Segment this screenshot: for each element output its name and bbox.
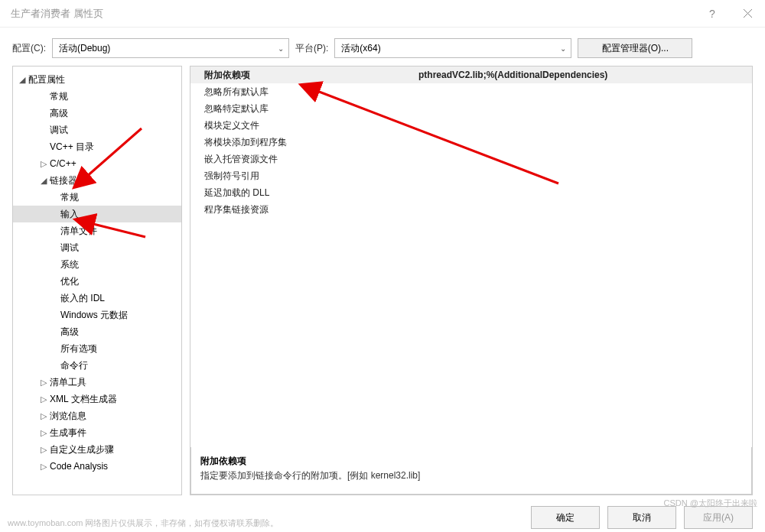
window-titlebar: 生产者消费者 属性页 ? <box>0 0 765 28</box>
property-row[interactable]: 程序集链接资源 <box>190 201 752 218</box>
tree-item[interactable]: 清单文件 <box>13 222 181 239</box>
tree-item-label: 高级 <box>48 107 68 120</box>
config-manager-button[interactable]: 配置管理器(O)... <box>578 38 692 58</box>
config-dropdown[interactable]: 活动(Debug) ⌄ <box>52 38 289 58</box>
tree-item[interactable]: 常规 <box>13 88 181 105</box>
expand-icon: ▷ <box>39 462 48 472</box>
property-row[interactable]: 延迟加载的 DLL <box>190 184 752 201</box>
tree-item[interactable]: ▷Code Analysis <box>13 458 181 475</box>
tree-item-label: C/C++ <box>48 158 76 169</box>
collapse-icon: ◢ <box>18 75 27 85</box>
platform-value: 活动(x64) <box>341 42 560 55</box>
tree-item-label: Windows 元数据 <box>59 309 128 322</box>
tree-item-label: 调试 <box>59 242 79 255</box>
property-value[interactable]: pthreadVC2.lib;%(AdditionalDependencies) <box>414 70 752 80</box>
chevron-down-icon: ⌄ <box>278 44 284 53</box>
property-key: 忽略所有默认库 <box>190 86 414 99</box>
tree-item-label: 清单文件 <box>59 225 97 238</box>
property-row[interactable]: 忽略特定默认库 <box>190 100 752 117</box>
tree-item[interactable]: ▷XML 文档生成器 <box>13 391 181 407</box>
grid-spacer <box>190 218 752 447</box>
cancel-button[interactable]: 取消 <box>607 506 676 529</box>
platform-dropdown[interactable]: 活动(x64) ⌄ <box>334 38 571 58</box>
tree-item-label: 常规 <box>59 191 79 204</box>
watermark-left: www.toymoban.com 网络图片仅供展示，非存储，如有侵权请联系删除。 <box>8 517 278 529</box>
expand-icon: ▷ <box>39 411 48 421</box>
tree-item[interactable]: 系统 <box>13 256 181 273</box>
watermark-right: CSDN @太阳终于出来啦 <box>664 498 757 509</box>
tree-item[interactable]: 嵌入的 IDL <box>13 290 181 307</box>
property-key: 程序集链接资源 <box>190 203 414 216</box>
tree-item-label: 清单工具 <box>48 376 86 389</box>
tree-item[interactable]: 所有选项 <box>13 340 181 357</box>
tree-item[interactable]: ▷生成事件 <box>13 424 181 441</box>
property-key: 延迟加载的 DLL <box>190 187 414 200</box>
platform-label: 平台(P): <box>295 42 328 55</box>
tree-item-label: 系统 <box>59 258 79 271</box>
tree-item-label: 嵌入的 IDL <box>59 292 105 305</box>
tree-item-label: 自定义生成步骤 <box>48 443 114 456</box>
property-row[interactable]: 忽略所有默认库 <box>190 83 752 100</box>
tree-item[interactable]: 调试 <box>13 239 181 256</box>
tree-item[interactable]: VC++ 目录 <box>13 138 181 155</box>
main-area: ◢ 配置属性 常规高级调试VC++ 目录▷C/C++◢链接器常规输入清单文件调试… <box>0 66 765 495</box>
tree-item[interactable]: ◢链接器 <box>13 172 181 189</box>
tree-item-label: 调试 <box>48 124 68 137</box>
close-button[interactable] <box>730 0 765 28</box>
expand-icon: ▷ <box>39 159 48 169</box>
property-key: 模块定义文件 <box>190 119 414 132</box>
collapse-icon: ◢ <box>39 176 48 186</box>
tree-root[interactable]: ◢ 配置属性 <box>13 71 181 88</box>
property-row[interactable]: 模块定义文件 <box>190 117 752 134</box>
help-button[interactable]: ? <box>695 0 730 28</box>
config-label: 配置(C): <box>12 42 46 55</box>
tree-item-label: VC++ 目录 <box>48 141 94 154</box>
tree-root-label: 配置属性 <box>27 73 65 86</box>
chevron-down-icon: ⌄ <box>560 44 566 53</box>
expand-icon: ▷ <box>39 394 48 404</box>
close-icon <box>744 9 752 18</box>
property-key: 嵌入托管资源文件 <box>190 153 414 166</box>
expand-icon: ▷ <box>39 445 48 455</box>
right-panel: 附加依赖项pthreadVC2.lib;%(AdditionalDependen… <box>190 66 753 495</box>
tree-item[interactable]: 优化 <box>13 273 181 290</box>
description-title: 附加依赖项 <box>200 455 742 468</box>
tree-item-label: 所有选项 <box>59 342 97 355</box>
property-row[interactable]: 将模块添加到程序集 <box>190 134 752 151</box>
tree-item-label: 优化 <box>59 275 79 288</box>
tree-item[interactable]: 输入 <box>13 206 181 222</box>
tree-item[interactable]: 常规 <box>13 189 181 206</box>
property-row[interactable]: 强制符号引用 <box>190 167 752 184</box>
tree-item-label: XML 文档生成器 <box>48 393 117 406</box>
expand-icon: ▷ <box>39 428 48 438</box>
property-row[interactable]: 附加依赖项pthreadVC2.lib;%(AdditionalDependen… <box>190 66 752 83</box>
property-key: 将模块添加到程序集 <box>190 136 414 149</box>
config-value: 活动(Debug) <box>59 42 278 55</box>
ok-button[interactable]: 确定 <box>531 506 600 529</box>
tree-item[interactable]: 高级 <box>13 323 181 340</box>
tree-item-label: 生成事件 <box>48 427 86 440</box>
tree-item[interactable]: 调试 <box>13 122 181 138</box>
tree-item[interactable]: 高级 <box>13 105 181 122</box>
config-toolbar: 配置(C): 活动(Debug) ⌄ 平台(P): 活动(x64) ⌄ 配置管理… <box>0 28 765 66</box>
tree-item-label: Code Analysis <box>48 461 108 472</box>
expand-icon: ▷ <box>39 378 48 388</box>
tree-item-label: 输入 <box>59 208 79 221</box>
tree-item-label: 命令行 <box>59 359 88 372</box>
tree-item[interactable]: Windows 元数据 <box>13 307 181 323</box>
description-text: 指定要添加到链接命令行的附加项。[例如 kernel32.lib] <box>200 469 742 482</box>
tree-item[interactable]: 命令行 <box>13 357 181 374</box>
tree-item-label: 浏览信息 <box>48 410 86 423</box>
titlebar-controls: ? <box>695 0 765 28</box>
apply-button[interactable]: 应用(A) <box>684 506 753 529</box>
tree-panel[interactable]: ◢ 配置属性 常规高级调试VC++ 目录▷C/C++◢链接器常规输入清单文件调试… <box>12 66 182 495</box>
tree-item[interactable]: ▷自定义生成步骤 <box>13 441 181 458</box>
tree-item[interactable]: ▷C/C++ <box>13 155 181 172</box>
tree-item-label: 常规 <box>48 90 68 103</box>
property-row[interactable]: 嵌入托管资源文件 <box>190 151 752 167</box>
tree-item[interactable]: ▷清单工具 <box>13 374 181 391</box>
tree-item-label: 链接器 <box>48 174 77 187</box>
property-grid[interactable]: 附加依赖项pthreadVC2.lib;%(AdditionalDependen… <box>190 66 753 495</box>
description-panel: 附加依赖项 指定要添加到链接命令行的附加项。[例如 kernel32.lib] <box>190 447 752 495</box>
tree-item[interactable]: ▷浏览信息 <box>13 407 181 424</box>
